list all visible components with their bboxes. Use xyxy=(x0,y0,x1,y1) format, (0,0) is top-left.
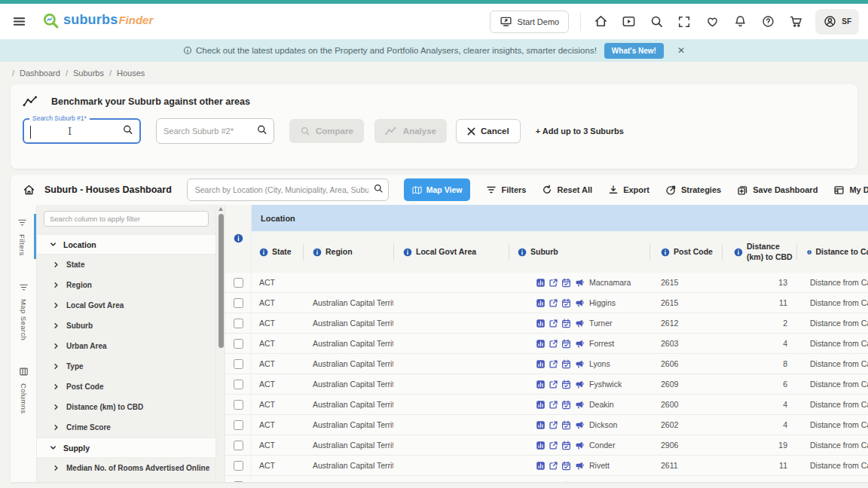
my-dashboards-button[interactable]: My Dashboards xyxy=(833,185,868,196)
breadcrumb-houses[interactable]: Houses xyxy=(117,69,145,78)
external-link-icon[interactable] xyxy=(549,441,558,450)
export-button[interactable]: Export xyxy=(608,185,649,195)
megaphone-icon[interactable] xyxy=(574,400,585,410)
filter-column-search-input[interactable] xyxy=(44,211,209,227)
filter-item-median-no-of-rooms-advertised-online[interactable]: Median No. of Rooms Advertised Online xyxy=(37,458,215,478)
info-icon[interactable] xyxy=(734,248,743,257)
megaphone-icon[interactable] xyxy=(574,278,585,288)
suburb-link[interactable]: Forrest xyxy=(589,339,614,348)
calendar-check-icon[interactable] xyxy=(561,420,571,430)
filter-item-state[interactable]: State xyxy=(37,255,215,275)
row-checkbox[interactable] xyxy=(234,461,243,471)
row-checkbox[interactable] xyxy=(234,359,243,369)
calendar-check-icon[interactable] xyxy=(561,441,571,450)
megaphone-icon[interactable] xyxy=(574,359,585,369)
heart-icon[interactable] xyxy=(704,14,720,30)
scroll-up-arrow[interactable] xyxy=(219,207,223,211)
filter-item-distance-km-to-cbd[interactable]: Distance (km) to CBD xyxy=(37,397,215,417)
bar-chart-icon[interactable] xyxy=(536,298,546,308)
filter-group-supply[interactable]: Supply xyxy=(37,438,215,458)
bar-chart-icon[interactable] xyxy=(536,339,546,349)
row-checkbox[interactable] xyxy=(234,298,243,308)
banner-close-icon[interactable]: ✕ xyxy=(677,46,685,55)
megaphone-icon[interactable] xyxy=(574,339,585,349)
filter-item-post-code[interactable]: Post Code xyxy=(37,377,215,397)
compare-button[interactable]: Compare xyxy=(289,119,364,143)
bar-chart-icon[interactable] xyxy=(536,441,546,450)
info-icon[interactable] xyxy=(259,248,268,257)
suburb-link[interactable]: Dickson xyxy=(589,420,617,429)
suburb-link[interactable]: Rivett xyxy=(589,461,610,470)
external-link-icon[interactable] xyxy=(549,319,558,328)
search-icon[interactable] xyxy=(122,124,133,139)
filter-item-local-govt-area[interactable]: Local Govt Area xyxy=(37,295,215,316)
external-link-icon[interactable] xyxy=(549,481,558,483)
calendar-check-icon[interactable] xyxy=(561,319,571,328)
bar-chart-icon[interactable] xyxy=(536,420,546,430)
save-dashboard-button[interactable]: Save Dashboard xyxy=(737,185,818,196)
column-header-state[interactable]: State xyxy=(252,231,303,273)
external-link-icon[interactable] xyxy=(549,359,558,369)
video-icon[interactable] xyxy=(620,14,637,30)
bell-icon[interactable] xyxy=(732,14,748,30)
calendar-check-icon[interactable] xyxy=(561,400,571,410)
filter-item-urban-area[interactable]: Urban Area xyxy=(37,336,215,356)
calendar-check-icon[interactable] xyxy=(561,298,571,308)
external-link-icon[interactable] xyxy=(549,278,558,288)
row-checkbox[interactable] xyxy=(234,339,243,349)
row-checkbox[interactable] xyxy=(234,278,243,288)
suburb-link[interactable]: Turner xyxy=(589,319,613,328)
suburb-link[interactable]: Conder xyxy=(589,441,615,450)
row-checkbox[interactable] xyxy=(234,441,243,450)
suburbs-finder-logo[interactable]: suburbs Finder xyxy=(42,12,153,31)
breadcrumb-suburbs[interactable]: Suburbs xyxy=(73,69,104,78)
whats-new-button[interactable]: What's New! xyxy=(604,43,664,59)
reset-all-button[interactable]: Reset All xyxy=(542,185,592,195)
analyse-button[interactable]: Analyse xyxy=(374,119,447,143)
home-icon[interactable] xyxy=(23,184,35,197)
external-link-icon[interactable] xyxy=(549,420,558,430)
calendar-check-icon[interactable] xyxy=(561,461,571,471)
location-search-field[interactable] xyxy=(187,178,389,201)
external-link-icon[interactable] xyxy=(549,380,558,389)
column-header-local-govt-area[interactable]: Local Govt Area xyxy=(393,231,509,273)
info-icon[interactable] xyxy=(807,248,811,257)
bar-chart-icon[interactable] xyxy=(536,319,546,328)
scrollbar-thumb[interactable] xyxy=(219,214,224,348)
info-icon[interactable] xyxy=(661,248,670,257)
calendar-check-icon[interactable] xyxy=(561,359,571,369)
start-demo-button[interactable]: Start Demo xyxy=(490,11,570,33)
info-icon[interactable] xyxy=(234,233,243,243)
row-checkbox[interactable] xyxy=(234,481,243,483)
account-menu[interactable]: SF xyxy=(815,9,859,35)
suburb-link[interactable]: Deakin xyxy=(589,400,614,409)
suburb-link[interactable]: Lyons xyxy=(589,359,610,368)
sidebar-tab-filters[interactable]: Filters xyxy=(11,214,36,259)
add-suburbs-note[interactable]: + Add up to 3 Suburbs xyxy=(536,127,624,136)
strategies-button[interactable]: Strategies xyxy=(665,185,721,196)
filter-item-region[interactable]: Region xyxy=(37,275,215,295)
filter-item-suburb[interactable]: Suburb xyxy=(37,316,215,336)
search-icon[interactable] xyxy=(648,14,665,30)
info-icon[interactable] xyxy=(518,248,527,257)
sidebar-tab-map-search[interactable]: Map Search xyxy=(11,279,36,343)
calendar-check-icon[interactable] xyxy=(561,278,571,288)
megaphone-icon[interactable] xyxy=(574,420,585,430)
calendar-check-icon[interactable] xyxy=(561,380,571,389)
info-icon[interactable] xyxy=(403,248,412,257)
search-icon[interactable] xyxy=(256,124,267,139)
filter-item-total-for-sale-listings[interactable]: Total For Sale Listings xyxy=(37,478,215,482)
megaphone-icon[interactable] xyxy=(574,380,585,389)
bar-chart-icon[interactable] xyxy=(536,278,546,288)
external-link-icon[interactable] xyxy=(549,339,558,349)
info-icon[interactable] xyxy=(313,248,322,257)
search-suburb-1-field[interactable]: Search Suburb #1* I xyxy=(23,118,141,144)
calendar-check-icon[interactable] xyxy=(561,481,571,483)
bar-chart-icon[interactable] xyxy=(536,359,546,369)
filters-button[interactable]: Filters xyxy=(486,185,526,195)
search-icon[interactable] xyxy=(373,183,384,197)
column-header-post-code[interactable]: Post Code xyxy=(649,231,722,273)
map-view-button[interactable]: Map View xyxy=(404,178,471,201)
megaphone-icon[interactable] xyxy=(574,441,585,450)
fullscreen-icon[interactable] xyxy=(676,14,692,30)
